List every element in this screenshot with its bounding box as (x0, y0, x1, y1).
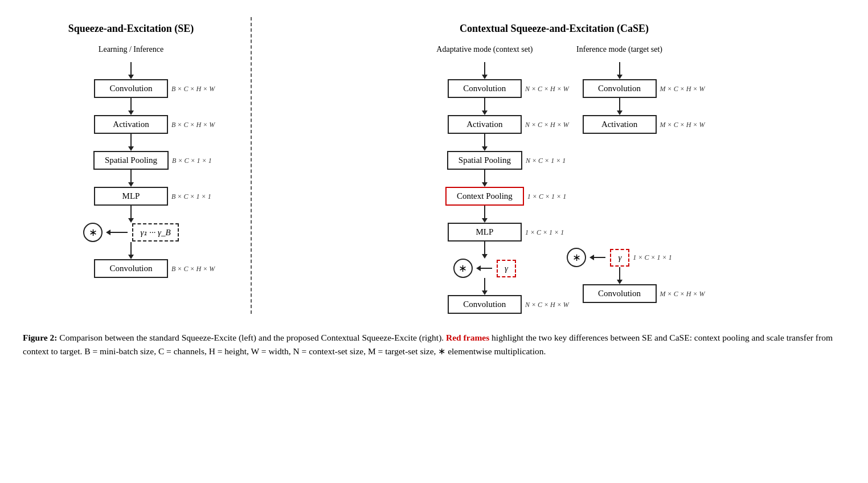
arrow-head (482, 146, 488, 151)
arrow-head (482, 290, 488, 295)
inf-activation-wrapper: Activation M × C × H × W (583, 115, 657, 134)
arrow-head (482, 254, 488, 259)
se-subtitle: Learning / Inference (99, 45, 163, 54)
se-conv2-dim: B × C × H × W (171, 264, 215, 273)
case-spatial-wrapper: Spatial Pooling N × C × 1 × 1 (447, 151, 522, 170)
arrow-line (130, 206, 132, 218)
arrow-line (484, 242, 485, 254)
inf-convolution-1: Convolution (583, 79, 657, 98)
inf-conv2-dim: M × C × H × W (660, 289, 705, 298)
se-arrow-4 (23, 170, 239, 187)
arrow-line (484, 134, 485, 146)
case-arrow-6 (436, 242, 533, 259)
se-mlp-dim: B × C × 1 × 1 (171, 192, 211, 200)
case-inference-col: Inference mode (target set) Convolution … (567, 45, 672, 303)
case-mlp: MLP (448, 223, 522, 242)
arrow-head (482, 218, 488, 223)
arrow-head (128, 182, 134, 187)
case-context-wrapper: Context Pooling 1 × C × 1 × 1 (445, 187, 524, 206)
arrow-line (619, 62, 620, 75)
inf-arrow-2 (567, 98, 672, 115)
case-activation: Activation (448, 115, 522, 134)
se-mlp: MLP (94, 187, 168, 206)
se-gamma-arrow: γ₁ ··· γ_B (106, 223, 178, 242)
se-arrow-6 (23, 242, 239, 259)
inf-conv2-wrapper: Convolution M × C × H × W (583, 284, 657, 303)
arrow-line (484, 278, 485, 290)
arrow-line (484, 170, 485, 182)
se-spatial-wrapper: Spatial Pooling B × C × 1 × 1 (93, 151, 169, 170)
inf-gamma-dim: 1 × C × 1 × 1 (633, 253, 672, 262)
case-conv2-dim: N × C × H × W (525, 300, 569, 309)
inf-arrow-3 (567, 267, 672, 284)
case-arrow-5 (436, 206, 533, 223)
arrow-line (619, 267, 620, 280)
inference-subtitle: Inference mode (target set) (576, 45, 662, 54)
inf-arrow-1 (567, 62, 672, 79)
se-mlp-wrapper: MLP B × C × 1 × 1 (94, 187, 168, 206)
case-gamma-arrow: γ (476, 260, 516, 277)
case-conv1-wrapper: Convolution N × C × H × W (448, 79, 522, 98)
adaptive-subtitle: Adaptative mode (context set) (436, 45, 533, 54)
inf-mult-row: ∗ γ 1 × C × 1 × 1 (567, 248, 672, 267)
arrow-head (617, 280, 623, 284)
figure-caption: Figure 2: Comparison between the standar… (23, 331, 843, 358)
arrow-head (617, 110, 623, 115)
arrow-line (130, 242, 132, 255)
case-conv2-wrapper: Convolution N × C × H × W (448, 295, 522, 314)
arrow-head (128, 255, 134, 259)
arrow-head (482, 110, 488, 115)
se-activation-wrapper: Activation B × C × H × W (94, 115, 168, 134)
se-convolution-1-wrapper: Convolution B × C × H × W (94, 79, 168, 98)
se-multiply-circle: ∗ (83, 223, 103, 242)
arrow-line-left (594, 257, 605, 258)
arrow-line (130, 134, 132, 146)
case-conv1-dim: N × C × H × W (525, 84, 569, 93)
inf-gamma-box: γ (610, 249, 629, 267)
case-mlp-wrapper: MLP 1 × C × 1 × 1 (448, 223, 522, 242)
se-spatial-dim: B × C × 1 × 1 (172, 156, 212, 165)
separator (251, 17, 252, 314)
case-adaptive-col: Adaptative mode (context set) Convolutio… (436, 45, 533, 314)
inf-activation: Activation (583, 115, 657, 134)
inf-gamma-arrow: γ 1 × C × 1 × 1 (589, 249, 672, 267)
case-convolution-1: Convolution (448, 79, 522, 98)
arrow-head-left (589, 255, 594, 260)
se-arrow-1 (23, 62, 239, 79)
case-spatial-pooling: Spatial Pooling (447, 151, 522, 170)
se-act-dim: B × C × H × W (171, 120, 215, 129)
inf-multiply-circle: ∗ (567, 248, 586, 267)
se-spatial-pooling: Spatial Pooling (93, 151, 169, 170)
se-activation: Activation (94, 115, 168, 134)
case-context-pooling: Context Pooling (445, 187, 524, 206)
case-arrow-2 (436, 98, 533, 115)
arrow-head (617, 75, 623, 79)
case-arrow-7 (436, 278, 533, 295)
case-mult-row: ∗ γ (436, 259, 533, 278)
caption-text-1: Comparison between the standard Squeeze-… (57, 333, 446, 342)
arrow-line (619, 98, 620, 110)
se-arrow-2 (23, 98, 239, 115)
inf-convolution-2: Convolution (583, 284, 657, 303)
red-frames-text: Red frames (446, 333, 489, 342)
se-convolution-1: Convolution (94, 79, 168, 98)
arrow-line (130, 98, 132, 110)
se-conv2-wrapper: Convolution B × C × H × W (94, 259, 168, 278)
arrow-line (484, 62, 485, 75)
case-act-dim: N × C × H × W (525, 120, 569, 129)
arrow-head (128, 146, 134, 151)
arrow-head (128, 218, 134, 223)
se-gamma-box: γ₁ ··· γ_B (132, 223, 178, 242)
case-inner: Adaptative mode (context set) Convolutio… (436, 45, 672, 314)
arrow-head (482, 182, 488, 187)
case-activation-wrapper: Activation N × C × H × W (448, 115, 522, 134)
arrow-line (130, 62, 132, 75)
arrow-head-left (476, 265, 481, 271)
figure-label: Figure 2: (23, 333, 57, 342)
case-arrow-1 (436, 62, 533, 79)
case-gamma-box: γ (497, 260, 516, 277)
case-convolution-2: Convolution (448, 295, 522, 314)
case-mlp-dim: 1 × C × 1 × 1 (525, 228, 564, 236)
se-conv1-dim: B × C × H × W (171, 84, 215, 93)
arrow-line-left (110, 232, 128, 233)
